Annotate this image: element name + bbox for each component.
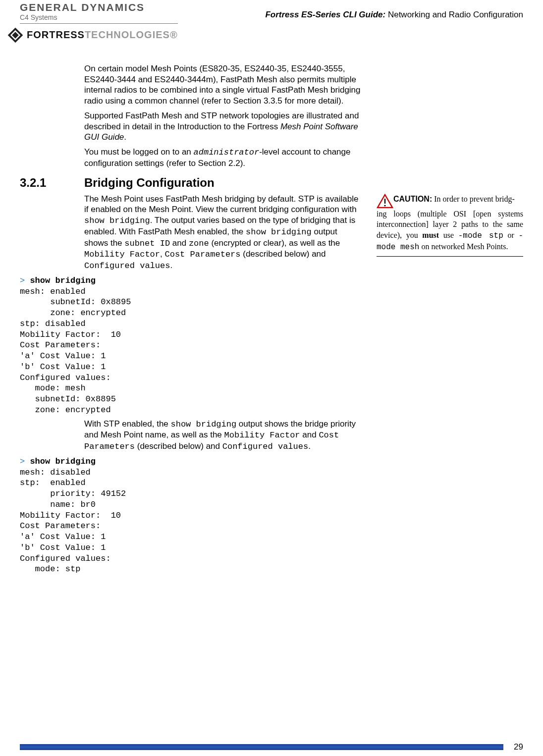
page-header: GENERAL DYNAMICS C4 Systems FORTRESSTECH… xyxy=(20,0,523,44)
cli2-body: mesh: disabled stp: enabled priority: 49… xyxy=(20,468,126,574)
cli2-prompt: > xyxy=(20,457,30,466)
fortress-brand-text: FORTRESSTECHNOLOGIES® xyxy=(27,29,178,41)
intro-p1: On certain model Mesh Points (ES820-35, … xyxy=(84,63,362,107)
page-number: 29 xyxy=(514,742,523,752)
caution-lead: CAUTION: xyxy=(393,195,432,203)
intro-p2: Supported FastPath Mesh and STP network … xyxy=(84,110,362,143)
cli-output-1: > show bridging mesh: enabled subnetId: … xyxy=(20,275,367,416)
footer-bar xyxy=(20,744,503,750)
section-body: The Mesh Point uses FastPath Mesh bridgi… xyxy=(84,194,362,271)
fortress-brand: FORTRESSTECHNOLOGIES® xyxy=(7,27,178,44)
doc-title: Fortress ES-Series CLI Guide: Networking… xyxy=(265,3,523,20)
fortress-diamond-icon xyxy=(7,27,24,44)
section-heading: 3.2.1 Bridging Configuration xyxy=(20,176,523,190)
intro-p3: You must be logged on to an administrato… xyxy=(84,147,362,169)
fortress-brand-bold: FORTRESS xyxy=(27,29,85,40)
doc-title-main: Fortress ES-Series CLI Guide: xyxy=(265,10,385,19)
brand-block: GENERAL DYNAMICS C4 Systems FORTRESSTECH… xyxy=(20,3,178,44)
header-divider xyxy=(20,23,178,24)
svg-point-5 xyxy=(384,205,385,206)
caution-note: CAUTION: In order to prevent bridg- ing … xyxy=(377,194,523,257)
caution-triangle-icon xyxy=(377,194,393,209)
intro-block: On certain model Mesh Points (ES820-35, … xyxy=(84,63,362,169)
cli1-command: show bridging xyxy=(30,276,96,285)
mid-paragraph: With STP enabled, the show bridging outp… xyxy=(84,419,362,452)
doc-title-sub: Networking and Radio Configuration xyxy=(385,10,523,19)
section-p1: The Mesh Point uses FastPath Mesh bridgi… xyxy=(84,194,362,271)
gd-logo-text: GENERAL DYNAMICS xyxy=(20,3,178,12)
cli1-prompt: > xyxy=(20,276,30,285)
cli-output-2: > show bridging mesh: disabled stp: enab… xyxy=(20,456,367,575)
cli1-body: mesh: enabled subnetId: 0x8895 zone: enc… xyxy=(20,287,131,415)
cli2-command: show bridging xyxy=(30,457,96,466)
page-footer: 29 xyxy=(20,744,523,750)
fortress-brand-light: TECHNOLOGIES® xyxy=(85,29,178,40)
section-title: Bridging Configuration xyxy=(84,176,215,190)
section-number: 3.2.1 xyxy=(20,176,62,190)
gd-subtext: C4 Systems xyxy=(20,13,178,21)
